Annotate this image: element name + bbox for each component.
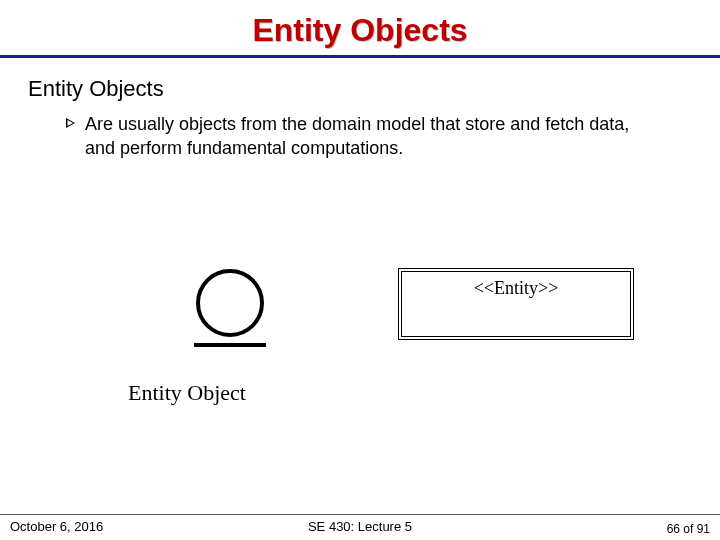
bullet-text: Are usually objects from the domain mode… [85, 112, 660, 161]
slide: Entity Objects Entity Objects Are usuall… [0, 0, 720, 540]
svg-point-2 [198, 271, 262, 335]
stereotype-label: <<Entity>> [398, 278, 634, 299]
footer-page: 66 of 91 [667, 522, 710, 536]
chevron-right-icon [66, 118, 75, 128]
entity-caption: Entity Object [128, 380, 246, 406]
entity-object-icon [190, 265, 270, 357]
slide-title: Entity Objects [0, 0, 720, 55]
title-rule [0, 55, 720, 58]
footer-course: SE 430: Lecture 5 [0, 519, 720, 534]
stereotype-box: <<Entity>> [398, 268, 634, 340]
bullet-item: Are usually objects from the domain mode… [66, 112, 660, 161]
section-heading: Entity Objects [28, 76, 720, 102]
footer: October 6, 2016 SE 430: Lecture 5 66 of … [0, 514, 720, 540]
